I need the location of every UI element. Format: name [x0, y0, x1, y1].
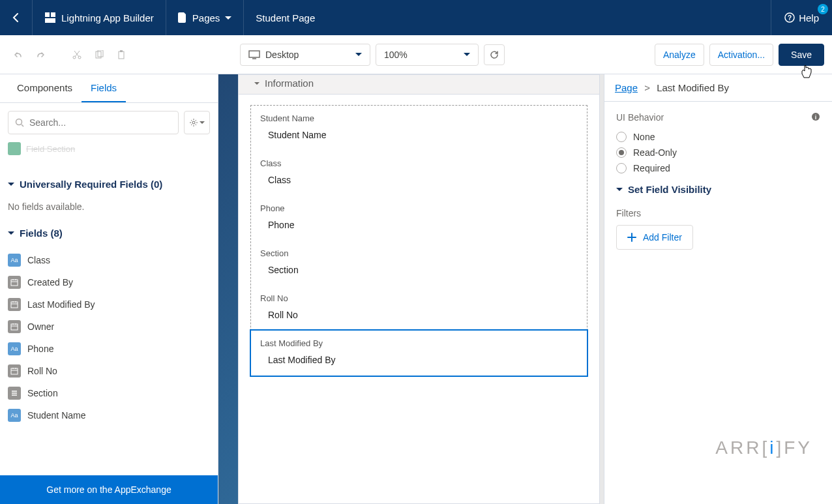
form-field[interactable]: ClassClass: [251, 151, 587, 196]
undo-button[interactable]: [8, 44, 29, 65]
chevron-down-icon: [225, 16, 231, 20]
app-title: Lightning App Builder: [33, 0, 166, 35]
search-input-wrapper: [8, 111, 179, 134]
form-field[interactable]: PhonePhone: [251, 196, 587, 241]
radio-icon: [616, 132, 627, 142]
save-button[interactable]: Save: [779, 44, 824, 66]
settings-button[interactable]: [184, 111, 210, 134]
radio-required[interactable]: Required: [616, 160, 820, 176]
field-item[interactable]: Created By: [8, 271, 210, 293]
radio-none[interactable]: None: [616, 129, 820, 145]
universal-fields-header[interactable]: Universally Required Fields (0): [8, 168, 210, 200]
svg-rect-11: [249, 51, 260, 57]
chevron-down-icon: [464, 53, 470, 56]
chevron-down-icon: [355, 53, 362, 56]
app-title-label: Lightning App Builder: [61, 12, 154, 23]
chevron-down-icon: [616, 188, 623, 191]
svg-rect-2: [45, 18, 55, 23]
field-item[interactable]: Section: [8, 382, 210, 404]
activation-button[interactable]: Activation...: [709, 44, 773, 66]
svg-rect-15: [11, 302, 18, 308]
help-label: Help: [799, 12, 819, 23]
gear-icon: [189, 118, 198, 127]
page-name: Student Page: [244, 0, 327, 35]
redo-button[interactable]: [30, 44, 51, 65]
help-button[interactable]: ? Help 2: [771, 0, 832, 35]
field-item[interactable]: AaStudent Name: [8, 404, 210, 426]
search-input[interactable]: [29, 117, 171, 128]
field-item[interactable]: Roll No: [8, 360, 210, 382]
form-field[interactable]: Last Modified ByLast Modified By: [250, 329, 588, 377]
zoom-select[interactable]: 100%: [376, 44, 479, 66]
pages-label: Pages: [192, 12, 220, 23]
tab-fields[interactable]: Fields: [82, 74, 126, 102]
analyze-button[interactable]: Analyze: [655, 44, 704, 66]
chevron-down-icon: [200, 121, 205, 124]
field-item[interactable]: AaPhone: [8, 338, 210, 360]
tab-components[interactable]: Components: [8, 74, 82, 102]
canvas-body[interactable]: Information Student NameStudent NameClas…: [238, 74, 600, 504]
radio-readonly[interactable]: Read-Only: [616, 145, 820, 160]
visibility-header[interactable]: Set Field Visibility: [616, 176, 820, 200]
no-fields-text: No fields available.: [8, 200, 210, 217]
cut-button[interactable]: [67, 44, 87, 65]
refresh-button[interactable]: [484, 44, 505, 65]
copy-button[interactable]: [89, 44, 110, 65]
field-item[interactable]: Owner: [8, 316, 210, 338]
ui-behavior-label: UI Behavior i: [616, 112, 820, 123]
device-select[interactable]: Desktop: [240, 44, 370, 66]
form-field[interactable]: SectionSection: [251, 241, 587, 286]
svg-rect-14: [11, 280, 18, 286]
breadcrumb-page[interactable]: Page: [615, 82, 638, 93]
breadcrumb-current: Last Modified By: [657, 82, 729, 93]
field-section-item[interactable]: Field Section: [8, 142, 210, 155]
back-button[interactable]: [0, 0, 33, 35]
appexchange-button[interactable]: Get more on the AppExchange: [0, 475, 218, 504]
fields-header[interactable]: Fields (8): [8, 217, 210, 249]
breadcrumb: Page > Last Modified By: [604, 74, 832, 102]
svg-rect-0: [45, 12, 50, 17]
form-field[interactable]: Student NameStudent Name: [251, 106, 587, 151]
svg-rect-9: [119, 52, 124, 59]
plus-icon: [627, 233, 636, 242]
paste-button[interactable]: [111, 44, 132, 65]
add-filter-button[interactable]: Add Filter: [616, 225, 693, 250]
svg-rect-17: [11, 368, 18, 374]
chevron-down-icon: [8, 231, 14, 235]
pages-menu[interactable]: Pages: [166, 0, 245, 35]
canvas-stripe: [218, 74, 238, 504]
page-name-label: Student Page: [256, 12, 315, 23]
svg-text:?: ?: [788, 14, 792, 22]
form-field[interactable]: Roll NoRoll No: [251, 286, 587, 331]
info-icon[interactable]: i: [811, 112, 820, 121]
chevron-down-icon: [8, 183, 14, 186]
zoom-label: 100%: [384, 50, 408, 60]
svg-point-12: [16, 119, 22, 125]
svg-text:i: i: [815, 114, 817, 121]
radio-icon: [616, 147, 627, 158]
chevron-down-icon: [254, 82, 260, 85]
filters-label: Filters: [616, 208, 820, 218]
search-icon: [15, 118, 24, 127]
svg-rect-10: [120, 50, 123, 52]
radio-icon: [616, 163, 627, 173]
device-label: Desktop: [265, 50, 350, 60]
svg-rect-1: [51, 12, 55, 17]
help-badge: 2: [818, 4, 828, 14]
svg-point-13: [192, 121, 195, 124]
information-header[interactable]: Information: [239, 75, 599, 95]
field-item[interactable]: AaClass: [8, 249, 210, 271]
field-section-icon: [8, 142, 21, 155]
field-item[interactable]: Last Modified By: [8, 293, 210, 316]
svg-rect-16: [11, 324, 18, 330]
